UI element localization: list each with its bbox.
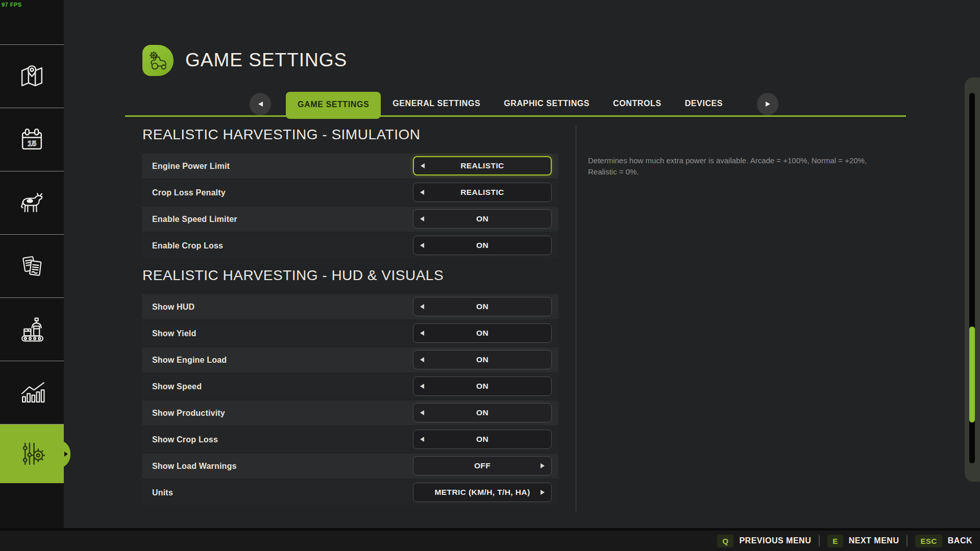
- section-title-realistic-harvesting-hud-visuals: REALISTIC HARVESTING - HUD & VISUALS: [142, 267, 558, 284]
- sidebar-item-settings[interactable]: [0, 424, 64, 483]
- setting-selector-engine-power-limit[interactable]: REALISTIC: [413, 156, 552, 176]
- settings-rows: Engine Power LimitREALISTICCrop Loss Pen…: [142, 154, 558, 258]
- setting-selector-crop-loss-penalty[interactable]: REALISTIC: [413, 183, 552, 202]
- setting-row-engine-power-limit[interactable]: Engine Power LimitREALISTIC: [142, 154, 558, 179]
- setting-row-show-crop-loss[interactable]: Show Crop LossON: [142, 427, 558, 452]
- setting-value: ON: [476, 241, 488, 250]
- chevron-right-icon: [766, 102, 770, 107]
- tab-underline: [125, 115, 906, 117]
- setting-value: ON: [476, 408, 488, 417]
- sidebar-item-production[interactable]: [0, 298, 64, 361]
- selector-left-arrow-icon[interactable]: [420, 410, 424, 415]
- sidebar-item-statistics[interactable]: [0, 361, 64, 424]
- hint-separator: [906, 535, 908, 546]
- setting-label: Engine Power Limit: [142, 162, 230, 171]
- tabs-prev-button[interactable]: [250, 93, 271, 115]
- settings-content: REALISTIC HARVESTING - SIMULATIONEngine …: [142, 127, 558, 514]
- setting-row-units[interactable]: UnitsMETRIC (KM/H, T/H, HA): [142, 480, 558, 505]
- setting-row-show-engine-load[interactable]: Show Engine LoadON: [142, 347, 558, 372]
- section-title-realistic-harvesting-simulation: REALISTIC HARVESTING - SIMULATION: [142, 127, 558, 143]
- setting-row-show-speed[interactable]: Show SpeedON: [142, 374, 558, 399]
- scrollbar: [965, 78, 980, 482]
- sidebar-item-map[interactable]: [0, 45, 64, 108]
- sidebar-item-calendar[interactable]: 15: [0, 108, 64, 171]
- tabs-next-button[interactable]: [757, 93, 778, 115]
- hint-previous-menu[interactable]: QPREVIOUS MENU: [717, 535, 811, 547]
- calendar-icon: 15: [17, 125, 46, 154]
- setting-label: Show Speed: [142, 382, 202, 391]
- key-badge-e: E: [827, 535, 843, 547]
- setting-selector-show-load-warnings[interactable]: OFF: [413, 456, 552, 475]
- setting-value: ON: [476, 329, 488, 338]
- setting-row-show-yield[interactable]: Show YieldON: [142, 321, 558, 346]
- selector-left-arrow-icon[interactable]: [420, 384, 424, 389]
- setting-value: ON: [476, 435, 488, 444]
- stats-icon: [17, 378, 46, 407]
- hint-next-menu[interactable]: ENEXT MENU: [827, 535, 899, 547]
- setting-label: Show HUD: [142, 303, 194, 312]
- svg-text:15: 15: [28, 139, 36, 147]
- tab-general-settings[interactable]: GENERAL SETTINGS: [381, 92, 492, 115]
- setting-selector-enable-speed-limiter[interactable]: ON: [413, 209, 552, 229]
- key-badge-q: Q: [717, 535, 733, 547]
- scrollbar-track[interactable]: [969, 93, 975, 463]
- sidebar: 15: [0, 0, 64, 529]
- selector-left-arrow-icon[interactable]: [420, 243, 424, 248]
- tab-devices[interactable]: DEVICES: [673, 92, 734, 115]
- setting-row-show-load-warnings[interactable]: Show Load WarningsOFF: [142, 454, 558, 479]
- setting-row-crop-loss-penalty[interactable]: Crop Loss PenaltyREALISTIC: [142, 180, 558, 205]
- hint-label: BACK: [948, 536, 972, 545]
- setting-label: Enable Speed Limiter: [142, 215, 237, 224]
- game-settings-screen: 97 FPS 15: [0, 0, 980, 551]
- setting-row-show-hud[interactable]: Show HUDON: [142, 294, 558, 319]
- tab-controls[interactable]: CONTROLS: [601, 92, 673, 115]
- setting-value: ON: [476, 302, 488, 311]
- setting-selector-show-yield[interactable]: ON: [413, 323, 552, 343]
- selector-left-arrow-icon[interactable]: [420, 216, 424, 221]
- selector-left-arrow-icon[interactable]: [420, 304, 424, 309]
- setting-description: Determines how much extra power is avail…: [588, 155, 868, 178]
- cow-icon: [17, 188, 46, 217]
- setting-label: Crop Loss Penalty: [142, 188, 226, 197]
- scrollbar-thumb[interactable]: [969, 327, 975, 422]
- hint-back[interactable]: ESCBACK: [915, 535, 972, 547]
- setting-value: ON: [476, 355, 488, 364]
- setting-value: OFF: [474, 461, 491, 470]
- setting-selector-show-productivity[interactable]: ON: [413, 403, 552, 422]
- setting-row-enable-speed-limiter[interactable]: Enable Speed LimiterON: [142, 207, 558, 232]
- setting-selector-enable-crop-loss[interactable]: ON: [413, 236, 552, 255]
- selector-left-arrow-icon[interactable]: [421, 163, 425, 168]
- setting-value: ON: [476, 382, 488, 391]
- setting-selector-show-speed[interactable]: ON: [413, 377, 552, 396]
- map-icon: [17, 62, 46, 91]
- key-badge-esc: ESC: [915, 535, 942, 547]
- setting-label: Show Productivity: [142, 409, 225, 418]
- selector-left-arrow-icon[interactable]: [420, 357, 424, 362]
- setting-selector-show-crop-loss[interactable]: ON: [413, 430, 552, 449]
- setting-label: Enable Crop Loss: [142, 241, 223, 251]
- setting-value: METRIC (KM/H, T/H, HA): [434, 488, 530, 497]
- tractor-gear-icon: [146, 49, 170, 72]
- selector-right-arrow-icon[interactable]: [541, 463, 545, 468]
- sidebar-item-contracts[interactable]: [0, 235, 64, 298]
- game-settings-tile: [142, 45, 174, 76]
- hint-label: PREVIOUS MENU: [739, 536, 811, 545]
- selector-left-arrow-icon[interactable]: [420, 437, 424, 442]
- setting-selector-show-hud[interactable]: ON: [413, 297, 552, 316]
- selector-left-arrow-icon[interactable]: [420, 190, 424, 195]
- footer-bar: QPREVIOUS MENUENEXT MENUESCBACK: [0, 528, 980, 551]
- setting-selector-units[interactable]: METRIC (KM/H, T/H, HA): [413, 483, 552, 502]
- setting-label: Show Crop Loss: [142, 435, 218, 444]
- setting-value: ON: [476, 214, 488, 223]
- selector-left-arrow-icon[interactable]: [420, 331, 424, 336]
- tab-graphic-settings[interactable]: GRAPHIC SETTINGS: [492, 92, 601, 115]
- setting-label: Show Load Warnings: [142, 462, 237, 471]
- setting-label: Show Yield: [142, 329, 196, 338]
- setting-selector-show-engine-load[interactable]: ON: [413, 350, 552, 369]
- sidebar-item-animals[interactable]: [0, 171, 64, 235]
- setting-row-enable-crop-loss[interactable]: Enable Crop LossON: [142, 233, 558, 258]
- selector-right-arrow-icon[interactable]: [541, 490, 545, 495]
- fps-counter: 97 FPS: [2, 2, 22, 8]
- documents-icon: [17, 252, 46, 281]
- setting-row-show-productivity[interactable]: Show ProductivityON: [142, 400, 558, 425]
